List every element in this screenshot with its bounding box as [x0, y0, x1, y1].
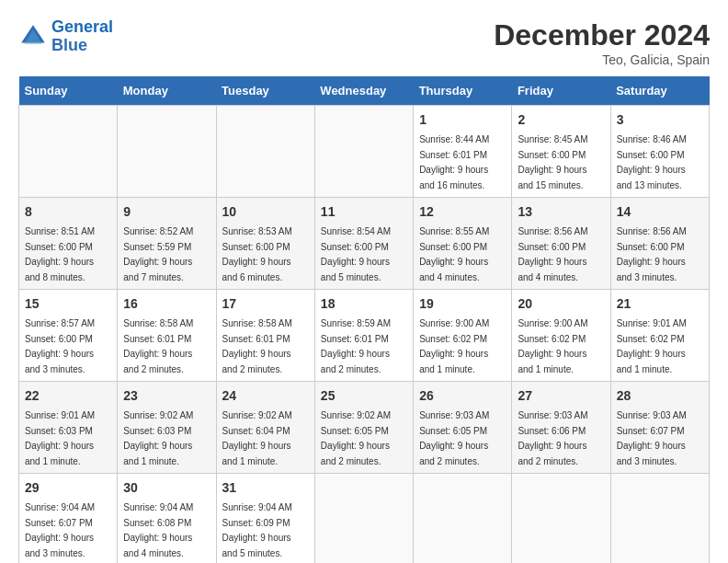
day-info: Sunrise: 9:04 AMSunset: 6:09 PMDaylight:…	[222, 502, 292, 558]
col-wednesday: Wednesday	[314, 76, 413, 106]
calendar-cell: 18Sunrise: 8:59 AMSunset: 6:01 PMDayligh…	[314, 290, 413, 382]
day-info: Sunrise: 8:58 AMSunset: 6:01 PMDaylight:…	[222, 318, 292, 374]
day-number: 19	[419, 294, 506, 314]
day-number: 28	[617, 386, 703, 406]
day-number: 22	[25, 386, 111, 406]
day-info: Sunrise: 8:53 AMSunset: 6:00 PMDaylight:…	[222, 226, 292, 282]
day-number: 3	[617, 110, 703, 130]
day-info: Sunrise: 9:01 AMSunset: 6:03 PMDaylight:…	[25, 410, 95, 466]
calendar-cell: 8Sunrise: 8:51 AMSunset: 6:00 PMDaylight…	[19, 198, 118, 290]
day-number: 31	[222, 478, 309, 498]
logo-text: General Blue	[51, 18, 113, 55]
day-number: 15	[25, 294, 111, 314]
day-info: Sunrise: 9:01 AMSunset: 6:02 PMDaylight:…	[617, 318, 687, 374]
day-number: 11	[321, 202, 407, 222]
day-number: 24	[222, 386, 309, 406]
day-info: Sunrise: 9:03 AMSunset: 6:07 PMDaylight:…	[617, 410, 687, 466]
calendar-cell: 27Sunrise: 9:03 AMSunset: 6:06 PMDayligh…	[512, 382, 610, 474]
logo-general: General	[51, 17, 113, 36]
day-info: Sunrise: 9:02 AMSunset: 6:04 PMDaylight:…	[222, 410, 292, 466]
day-number: 2	[518, 110, 604, 130]
day-info: Sunrise: 8:57 AMSunset: 6:00 PMDaylight:…	[25, 318, 95, 374]
day-number: 8	[25, 202, 111, 222]
calendar-cell: 19Sunrise: 9:00 AMSunset: 6:02 PMDayligh…	[414, 290, 512, 382]
day-info: Sunrise: 8:56 AMSunset: 6:00 PMDaylight:…	[617, 226, 687, 282]
day-number: 21	[617, 294, 703, 314]
day-info: Sunrise: 8:45 AMSunset: 6:00 PMDaylight:…	[518, 134, 587, 190]
calendar-cell	[118, 106, 216, 198]
logo-blue: Blue	[51, 36, 87, 54]
calendar-cell: 2Sunrise: 8:45 AMSunset: 6:00 PMDaylight…	[512, 106, 610, 198]
location: Teo, Galicia, Spain	[494, 52, 710, 67]
day-number: 10	[222, 202, 309, 222]
day-info: Sunrise: 8:54 AMSunset: 6:00 PMDaylight:…	[321, 226, 391, 282]
calendar-cell: 3Sunrise: 8:46 AMSunset: 6:00 PMDaylight…	[610, 106, 709, 198]
calendar-cell: 12Sunrise: 8:55 AMSunset: 6:00 PMDayligh…	[414, 198, 512, 290]
day-number: 14	[617, 202, 703, 222]
calendar-row-2: 8Sunrise: 8:51 AMSunset: 6:00 PMDaylight…	[19, 198, 710, 290]
calendar-cell: 9Sunrise: 8:52 AMSunset: 5:59 PMDaylight…	[118, 198, 216, 290]
day-number: 30	[123, 478, 210, 498]
col-saturday: Saturday	[610, 76, 709, 106]
page-header: General Blue December 2024 Teo, Galicia,…	[18, 18, 710, 67]
calendar-cell: 28Sunrise: 9:03 AMSunset: 6:07 PMDayligh…	[610, 382, 709, 474]
calendar-cell: 16Sunrise: 8:58 AMSunset: 6:01 PMDayligh…	[118, 290, 216, 382]
calendar-cell	[414, 474, 512, 564]
calendar-header: Sunday Monday Tuesday Wednesday Thursday…	[19, 76, 710, 106]
day-info: Sunrise: 8:44 AMSunset: 6:01 PMDaylight:…	[419, 134, 489, 190]
day-number: 18	[321, 294, 407, 314]
calendar-cell: 30Sunrise: 9:04 AMSunset: 6:08 PMDayligh…	[118, 474, 216, 564]
calendar-cell: 23Sunrise: 9:02 AMSunset: 6:03 PMDayligh…	[118, 382, 216, 474]
day-number: 27	[518, 386, 604, 406]
calendar-row-5: 29Sunrise: 9:04 AMSunset: 6:07 PMDayligh…	[19, 474, 710, 564]
day-number: 16	[123, 294, 210, 314]
header-row: Sunday Monday Tuesday Wednesday Thursday…	[19, 76, 710, 106]
calendar-cell: 29Sunrise: 9:04 AMSunset: 6:07 PMDayligh…	[19, 474, 118, 564]
calendar-cell: 20Sunrise: 9:00 AMSunset: 6:02 PMDayligh…	[512, 290, 610, 382]
calendar-cell: 17Sunrise: 8:58 AMSunset: 6:01 PMDayligh…	[216, 290, 314, 382]
calendar-cell: 10Sunrise: 8:53 AMSunset: 6:00 PMDayligh…	[216, 198, 314, 290]
col-monday: Monday	[118, 76, 216, 106]
day-number: 17	[222, 294, 309, 314]
day-number: 23	[123, 386, 210, 406]
calendar-cell: 11Sunrise: 8:54 AMSunset: 6:00 PMDayligh…	[314, 198, 413, 290]
logo-icon	[18, 22, 48, 52]
title-area: December 2024 Teo, Galicia, Spain	[494, 18, 710, 67]
day-info: Sunrise: 9:04 AMSunset: 6:08 PMDaylight:…	[123, 502, 193, 558]
calendar-row-4: 22Sunrise: 9:01 AMSunset: 6:03 PMDayligh…	[19, 382, 710, 474]
calendar-cell	[512, 474, 610, 564]
calendar-cell: 26Sunrise: 9:03 AMSunset: 6:05 PMDayligh…	[414, 382, 512, 474]
calendar-cell: 13Sunrise: 8:56 AMSunset: 6:00 PMDayligh…	[512, 198, 610, 290]
col-sunday: Sunday	[19, 76, 118, 106]
day-number: 1	[419, 110, 506, 130]
calendar-cell: 24Sunrise: 9:02 AMSunset: 6:04 PMDayligh…	[216, 382, 314, 474]
day-number: 9	[123, 202, 210, 222]
calendar-cell: 14Sunrise: 8:56 AMSunset: 6:00 PMDayligh…	[610, 198, 709, 290]
logo: General Blue	[18, 18, 113, 55]
day-info: Sunrise: 8:51 AMSunset: 6:00 PMDaylight:…	[25, 226, 95, 282]
calendar-row-3: 15Sunrise: 8:57 AMSunset: 6:00 PMDayligh…	[19, 290, 710, 382]
calendar-cell	[216, 106, 314, 198]
day-info: Sunrise: 8:56 AMSunset: 6:00 PMDaylight:…	[518, 226, 587, 282]
day-info: Sunrise: 9:04 AMSunset: 6:07 PMDaylight:…	[25, 502, 95, 558]
day-info: Sunrise: 8:46 AMSunset: 6:00 PMDaylight:…	[617, 134, 687, 190]
calendar-cell: 31Sunrise: 9:04 AMSunset: 6:09 PMDayligh…	[216, 474, 314, 564]
calendar-table: Sunday Monday Tuesday Wednesday Thursday…	[18, 76, 710, 563]
calendar-cell: 21Sunrise: 9:01 AMSunset: 6:02 PMDayligh…	[610, 290, 709, 382]
col-tuesday: Tuesday	[216, 76, 314, 106]
calendar-cell	[19, 106, 118, 198]
day-number: 20	[518, 294, 604, 314]
calendar-cell	[314, 474, 413, 564]
day-info: Sunrise: 8:58 AMSunset: 6:01 PMDaylight:…	[123, 318, 193, 374]
day-info: Sunrise: 9:02 AMSunset: 6:05 PMDaylight:…	[321, 410, 391, 466]
calendar-cell: 15Sunrise: 8:57 AMSunset: 6:00 PMDayligh…	[19, 290, 118, 382]
calendar-row-1: 1Sunrise: 8:44 AMSunset: 6:01 PMDaylight…	[19, 106, 710, 198]
calendar-cell	[314, 106, 413, 198]
day-info: Sunrise: 9:00 AMSunset: 6:02 PMDaylight:…	[518, 318, 587, 374]
day-info: Sunrise: 9:03 AMSunset: 6:05 PMDaylight:…	[419, 410, 489, 466]
day-info: Sunrise: 9:02 AMSunset: 6:03 PMDaylight:…	[123, 410, 193, 466]
day-number: 26	[419, 386, 506, 406]
col-thursday: Thursday	[414, 76, 512, 106]
day-info: Sunrise: 8:52 AMSunset: 5:59 PMDaylight:…	[123, 226, 193, 282]
day-info: Sunrise: 8:59 AMSunset: 6:01 PMDaylight:…	[321, 318, 391, 374]
